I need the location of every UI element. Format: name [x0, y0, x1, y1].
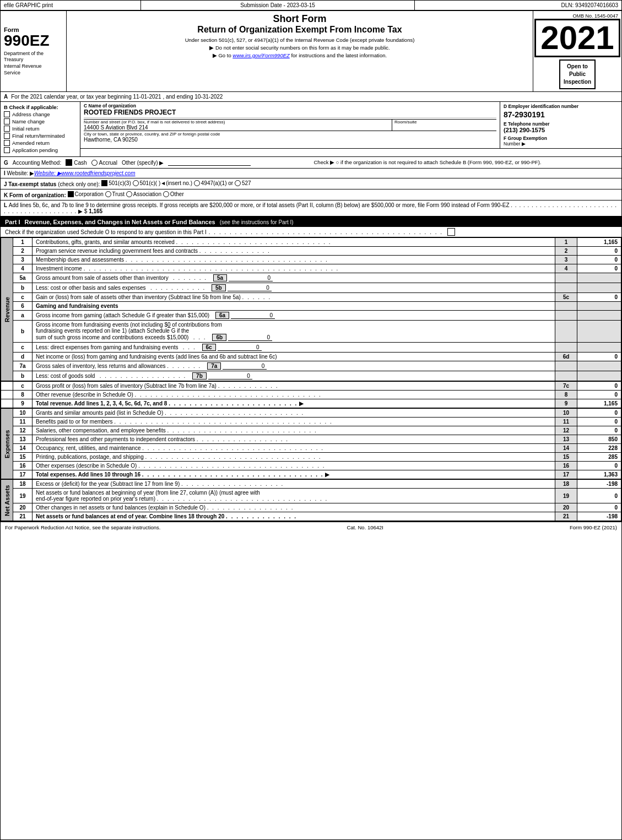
- city-label: City or town, state or province, country…: [84, 132, 496, 137]
- checkbox-app-pending[interactable]: Application pending: [4, 147, 77, 153]
- row6c-sub: c: [13, 343, 33, 353]
- table-row: 13 Professional fees and other payments …: [1, 435, 621, 444]
- accrual-radio[interactable]: [91, 160, 98, 166]
- checkbox-name-change-box[interactable]: [4, 118, 10, 124]
- row3-amount: 0: [577, 256, 621, 264]
- row17-num: 17: [13, 470, 33, 479]
- section-c-label: C Name of organization: [84, 103, 496, 109]
- cash-option[interactable]: Cash: [66, 159, 86, 166]
- table-row: 7a Gross sales of inventory, less return…: [1, 361, 621, 371]
- section-l-arrow: ▶ $: [78, 208, 87, 214]
- row6b-amount: [577, 321, 621, 343]
- row14-linenum: 14: [555, 444, 577, 453]
- section-e-label: E Telephone number: [504, 121, 618, 127]
- row3-desc: Membership dues and assessments . . . . …: [33, 256, 555, 264]
- table-row: c Gross profit or (loss) from sales of i…: [1, 382, 621, 391]
- checkbox-address-change[interactable]: Address change: [4, 111, 77, 117]
- row7a-num: 7a: [13, 361, 33, 371]
- checkbox-amended-box[interactable]: [4, 140, 10, 146]
- row5a-num: 5a: [13, 273, 33, 283]
- row6c-linenum: [555, 343, 577, 353]
- table-row: 21 Net assets or fund balances at end of…: [1, 512, 621, 521]
- table-row: Revenue 1 Contributions, gifts, grants, …: [1, 238, 621, 247]
- table-row: 19 Net assets or fund balances at beginn…: [1, 489, 621, 503]
- section-i-text: Website: ▶Website: ▶www.rootedfriendspro…: [7, 170, 136, 176]
- checkbox-app-pending-box[interactable]: [4, 147, 10, 153]
- row8-spacer: [1, 391, 13, 399]
- row17-desc: Total expenses. Add lines 10 through 16 …: [33, 470, 555, 479]
- row16-linenum: 16: [555, 462, 577, 470]
- short-form-title: Short Form: [71, 13, 528, 25]
- row8-num: 8: [13, 391, 33, 399]
- row16-num: 16: [13, 462, 33, 470]
- part1-note: (see the instructions for Part I): [220, 219, 294, 225]
- section-g-label: G: [4, 160, 8, 166]
- row11-amount: 0: [577, 418, 621, 426]
- row7a-linenum: [555, 361, 577, 371]
- table-row: Net Assets 18 Excess or (deficit) for th…: [1, 480, 621, 489]
- phone: (213) 290-1575: [504, 127, 618, 133]
- row3-linenum: 3: [555, 256, 577, 264]
- row2-desc: Program service revenue including govern…: [33, 247, 555, 256]
- acct-method-label: Accounting Method:: [13, 160, 61, 166]
- city-value: Hawthorne, CA 90250: [84, 137, 496, 143]
- checkbox-amended[interactable]: Amended return: [4, 140, 77, 146]
- checkbox-initial-return-box[interactable]: [4, 126, 10, 132]
- table-row: 16 Other expenses (describe in Schedule …: [1, 462, 621, 470]
- row20-linenum: 20: [555, 503, 577, 512]
- efile-label: efile GRAPHIC print: [1, 1, 141, 10]
- table-row: b Less: cost of goods sold . . . . . . .…: [1, 371, 621, 381]
- table-row: b Less: cost or other basis and sales ex…: [1, 283, 621, 293]
- section-j-text: Tax-exempt status (check only one): 501(…: [8, 181, 251, 187]
- section-a-text: For the 2021 calendar year, or tax year …: [11, 94, 223, 100]
- other-option: Other (specify) ▶: [122, 160, 164, 166]
- row7a-desc: Gross sales of inventory, less returns a…: [33, 361, 555, 371]
- accrual-option[interactable]: Accrual: [91, 160, 117, 166]
- table-row: 3 Membership dues and assessments . . . …: [1, 256, 621, 264]
- submission-date: Submission Date - 2023-03-15: [141, 1, 415, 10]
- omb-number: OMB No. 1545-0047: [537, 13, 618, 19]
- dln: DLN: 93492074016603: [415, 1, 621, 10]
- row17-amount: 1,363: [577, 470, 621, 479]
- row20-desc: Other changes in net assets or fund bala…: [33, 503, 555, 512]
- row9-amount: 1,165: [577, 399, 621, 408]
- row9-linenum: 9: [555, 399, 577, 408]
- checkbox-initial-return[interactable]: Initial return: [4, 126, 77, 132]
- table-row: 4 Investment income . . . . . . . . . . …: [1, 264, 621, 273]
- row18-amount: -198: [577, 480, 621, 489]
- row11-desc: Benefits paid to or for members . . . . …: [33, 418, 555, 426]
- accrual-label: Accrual: [99, 160, 117, 166]
- row7b-num: b: [13, 371, 33, 381]
- row6d-desc: Net income or (loss) from gaming and fun…: [33, 353, 555, 361]
- row6a-sub: a: [13, 311, 33, 321]
- row6d-amount: 0: [577, 353, 621, 361]
- notice2: ▶ Go to www.irs.gov/Form990EZ for instru…: [71, 52, 528, 58]
- checkbox-address-change-box[interactable]: [4, 111, 10, 117]
- table-row: c Gain or (loss) from sale of assets oth…: [1, 293, 621, 302]
- row7b-amount: [577, 371, 621, 381]
- checkbox-final-return-box[interactable]: [4, 133, 10, 139]
- table-row: b Gross income from fundraising events (…: [1, 321, 621, 343]
- row18-desc: Excess or (deficit) for the year (Subtra…: [33, 480, 555, 489]
- checkbox-final-return[interactable]: Final return/terminated: [4, 133, 77, 139]
- row2-amount: 0: [577, 247, 621, 256]
- cash-label: Cash: [74, 160, 86, 166]
- row10-amount: 0: [577, 409, 621, 418]
- row21-linenum: 21: [555, 512, 577, 521]
- table-row: Expenses 10 Grants and similar amounts p…: [1, 409, 621, 418]
- address-change-label: Address change: [12, 111, 50, 117]
- initial-return-label: Initial return: [12, 126, 40, 132]
- notice1: ▶ Do not enter social security numbers o…: [71, 45, 528, 51]
- row7a-amount: [577, 361, 621, 371]
- checkbox-name-change[interactable]: Name change: [4, 118, 77, 124]
- row12-linenum: 12: [555, 426, 577, 435]
- schedule-o-checkbox[interactable]: [447, 228, 455, 236]
- cash-checkbox[interactable]: [66, 159, 72, 166]
- table-row: 5a Gross amount from sale of assets othe…: [1, 273, 621, 283]
- section-l-text: Add lines 5b, 6c, and 7b to line 9 to de…: [9, 202, 510, 208]
- row4-amount: 0: [577, 264, 621, 273]
- row5b-num: b: [13, 283, 33, 293]
- row6-amount: [577, 302, 621, 311]
- row3-num: 3: [13, 256, 33, 264]
- row7c-amount: 0: [577, 382, 621, 391]
